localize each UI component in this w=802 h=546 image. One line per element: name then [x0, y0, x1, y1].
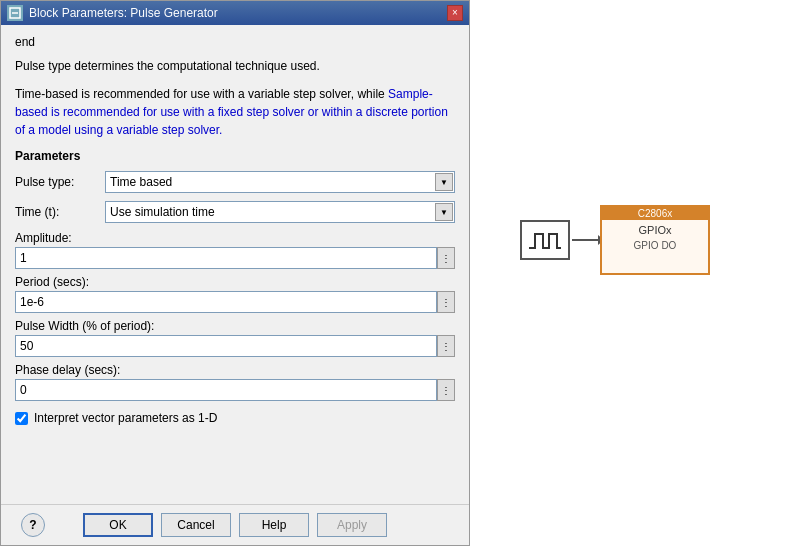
interpret-vector-checkbox[interactable]: [15, 412, 28, 425]
gpio-block-title: C2806x: [602, 207, 708, 220]
dialog-panel: Block Parameters: Pulse Generator × end …: [0, 0, 470, 546]
pulse-width-row: Pulse Width (% of period): ⋮: [15, 319, 455, 357]
period-row: Period (secs): ⋮: [15, 275, 455, 313]
pulse-type-row: Pulse type: Time based Sample based ▼: [15, 171, 455, 193]
help-button[interactable]: ?: [21, 513, 45, 537]
phase-delay-input[interactable]: [15, 379, 437, 401]
dialog-buttons: ? OK Cancel Help Apply: [1, 504, 469, 545]
period-label: Period (secs):: [15, 275, 455, 289]
period-input-wrapper: ⋮: [15, 291, 455, 313]
checkbox-label: Interpret vector parameters as 1-D: [34, 411, 217, 425]
time-row: Time (t): Use simulation time Use extern…: [15, 201, 455, 223]
description2-part1: Time-based is recommended for use with a…: [15, 87, 388, 101]
gpio-block-inner: C2806x GPIOx GPIO DO: [600, 205, 710, 275]
dialog-title: Block Parameters: Pulse Generator: [29, 6, 218, 20]
dialog-scroll-area[interactable]: end Pulse type determines the computatio…: [1, 25, 469, 504]
pulse-type-label: Pulse type:: [15, 175, 105, 189]
time-select[interactable]: Use simulation time Use external signal: [105, 201, 455, 223]
help-text-button[interactable]: Help: [239, 513, 309, 537]
end-text: end: [15, 35, 455, 49]
description2: Time-based is recommended for use with a…: [15, 85, 455, 139]
period-menu-btn[interactable]: ⋮: [437, 291, 455, 313]
close-button[interactable]: ×: [447, 5, 463, 21]
titlebar-left: Block Parameters: Pulse Generator: [7, 5, 218, 21]
gpio-block-sublabel: GPIO DO: [602, 240, 708, 251]
period-input[interactable]: [15, 291, 437, 313]
description1: Pulse type determines the computational …: [15, 57, 455, 75]
phase-delay-menu-btn[interactable]: ⋮: [437, 379, 455, 401]
pulse-width-input-wrapper: ⋮: [15, 335, 455, 357]
amplitude-label: Amplitude:: [15, 231, 455, 245]
pulse-width-menu-btn[interactable]: ⋮: [437, 335, 455, 357]
pulse-width-label: Pulse Width (% of period):: [15, 319, 455, 333]
params-section-header: Parameters: [15, 149, 455, 163]
phase-delay-row: Phase delay (secs): ⋮: [15, 363, 455, 401]
pulse-width-input[interactable]: [15, 335, 437, 357]
pulse-type-select-wrapper: Time based Sample based ▼: [105, 171, 455, 193]
pulse-generator-block[interactable]: [520, 220, 570, 260]
time-label: Time (t):: [15, 205, 105, 219]
dialog-titlebar: Block Parameters: Pulse Generator ×: [1, 1, 469, 25]
amplitude-menu-btn[interactable]: ⋮: [437, 247, 455, 269]
phase-delay-label: Phase delay (secs):: [15, 363, 455, 377]
amplitude-row: Amplitude: ⋮: [15, 231, 455, 269]
time-select-wrapper: Use simulation time Use external signal …: [105, 201, 455, 223]
phase-delay-input-wrapper: ⋮: [15, 379, 455, 401]
cancel-button[interactable]: Cancel: [161, 513, 231, 537]
amplitude-input[interactable]: [15, 247, 437, 269]
checkbox-row: Interpret vector parameters as 1-D: [15, 411, 455, 425]
amplitude-input-wrapper: ⋮: [15, 247, 455, 269]
dialog-icon: [7, 5, 23, 21]
apply-button[interactable]: Apply: [317, 513, 387, 537]
ok-button[interactable]: OK: [83, 513, 153, 537]
gpio-block-label: GPIOx: [602, 220, 708, 240]
canvas-area: C2806x GPIOx GPIO DO: [470, 0, 802, 546]
gpio-block[interactable]: C2806x GPIOx GPIO DO: [600, 205, 710, 275]
pulse-type-select[interactable]: Time based Sample based: [105, 171, 455, 193]
dialog-content: end Pulse type determines the computatio…: [1, 25, 469, 439]
button-row: ? OK Cancel Help Apply: [11, 513, 459, 537]
